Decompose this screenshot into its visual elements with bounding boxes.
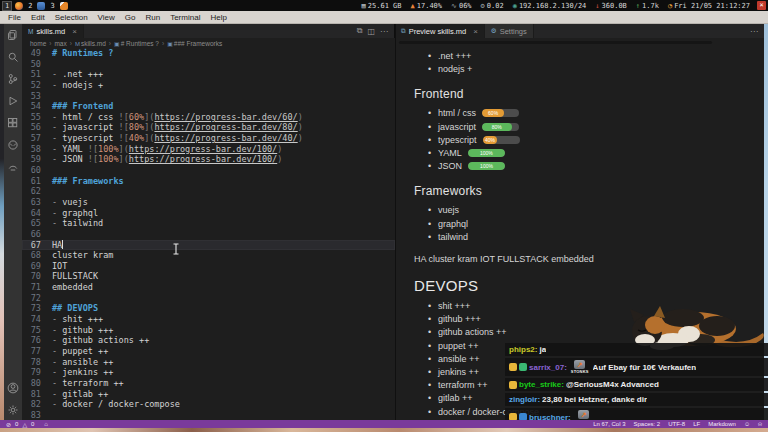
breadcrumb-item[interactable]: max [54, 40, 66, 47]
editor-line[interactable]: 73## DEVOPS [22, 303, 395, 314]
editor-line[interactable]: 82- docker / docker-compose [22, 399, 395, 410]
problems-indicator[interactable]: ⊘0 △0 ⌂ [6, 421, 48, 428]
menu-item-selection[interactable]: Selection [51, 13, 92, 22]
line-number: 49 [22, 48, 52, 59]
editor-line[interactable]: 63- vuejs [22, 197, 395, 208]
editor-line[interactable]: 61### Frameworks [22, 176, 395, 187]
tray-close-icon[interactable]: × [757, 1, 766, 10]
editor-line[interactable]: 60 [22, 165, 395, 176]
line-number: 75 [22, 325, 52, 336]
menu-item-edit[interactable]: Edit [27, 13, 49, 22]
status-item[interactable]: Markdown [708, 421, 736, 427]
editor-line[interactable]: 79- jenkins ++ [22, 367, 395, 378]
breadcrumb-label: # Runtimes ? [121, 40, 159, 47]
emote-image: ↗ [578, 410, 589, 419]
editor-line[interactable]: 64- graphql [22, 208, 395, 219]
breadcrumb-item[interactable]: Mskills.md [75, 40, 106, 47]
cpu-flame-stat: ▲17.40% [411, 2, 443, 10]
editor-line[interactable]: 70FULLSTACK [22, 271, 395, 282]
stat-value: 1.7k [642, 2, 659, 10]
close-tab-icon[interactable]: × [72, 27, 77, 36]
editor-line[interactable]: 50 [22, 59, 395, 70]
line-content: - typescript ![40%](https://progress-bar… [52, 133, 303, 144]
notifications-bell-icon[interactable]: ⍾ [758, 421, 762, 428]
editor-line[interactable]: 74- shit +++ [22, 314, 395, 325]
editor-line[interactable]: 49# Runtimes ? [22, 48, 395, 59]
memory-icon: ▤ [362, 2, 366, 10]
menu-item-terminal[interactable]: Terminal [166, 13, 204, 22]
workspace-number[interactable]: 1 [2, 1, 12, 11]
line-number: 51 [22, 69, 52, 80]
firefox-icon [15, 2, 23, 10]
line-number: 78 [22, 357, 52, 368]
open-preview-icon[interactable]: ◫ [367, 27, 375, 36]
split-editor-icon[interactable]: ⧉ [357, 26, 363, 36]
editor-line[interactable]: 65- tailwind [22, 218, 395, 229]
editor-line[interactable]: 56- javascript ![80%](https://progress-b… [22, 122, 395, 133]
account-icon[interactable] [7, 381, 20, 394]
status-item[interactable]: LF [693, 421, 700, 427]
line-number: 65 [22, 218, 52, 229]
line-number: 68 [22, 250, 52, 261]
breadcrumb-item[interactable]: home [30, 40, 46, 47]
breadcrumb-item[interactable]: ▣# Runtimes ? [114, 40, 159, 47]
status-item[interactable]: Ln 67, Col 3 [593, 421, 625, 427]
tab-skills-md[interactable]: Mskills.md× [22, 24, 84, 38]
more-actions-icon[interactable]: ⋯ [750, 27, 758, 36]
status-item[interactable]: UTF-8 [668, 421, 685, 427]
remote-explorer-icon[interactable] [7, 138, 20, 151]
more-actions-icon[interactable]: ⋯ [380, 27, 388, 36]
editor-line[interactable]: 62 [22, 186, 395, 197]
workspace-number[interactable]: 2 [26, 2, 34, 10]
editor-line[interactable]: 81- gitlab ++ [22, 389, 395, 400]
tab-settings[interactable]: ⚙Settings [485, 24, 534, 38]
editor-line[interactable]: 51- .net +++ [22, 69, 395, 80]
editor-line[interactable]: 57- typescript ![40%](https://progress-b… [22, 133, 395, 144]
skill-item: javascript80% [428, 121, 754, 134]
tab-preview-skills-md[interactable]: ⧉Preview skills.md× [395, 24, 485, 38]
skill-label: YAML [438, 148, 462, 158]
menu-item-file[interactable]: File [4, 13, 25, 22]
editor-line[interactable]: 71embedded [22, 282, 395, 293]
editor-line[interactable]: 67HA [22, 240, 395, 251]
breadcrumb-item[interactable]: ▣### Frameworks [167, 40, 222, 47]
extensions-icon[interactable] [7, 116, 20, 129]
menu-item-run[interactable]: Run [141, 13, 164, 22]
editor-line[interactable]: 76- github actions ++ [22, 335, 395, 346]
editor-line[interactable]: 77- puppet ++ [22, 346, 395, 357]
editor-line[interactable]: 83 [22, 410, 395, 420]
frameworks-heading: Frameworks [414, 184, 754, 198]
status-item[interactable]: Spaces: 2 [633, 421, 660, 427]
run-debug-icon[interactable] [7, 94, 20, 107]
explorer-icon[interactable] [7, 28, 20, 41]
settings-gear-icon[interactable] [7, 403, 20, 416]
editor-line[interactable]: 78- ansible ++ [22, 357, 395, 368]
live-share-icon[interactable] [7, 160, 20, 173]
editor-line[interactable]: 72 [22, 293, 395, 304]
menu-item-view[interactable]: View [94, 13, 119, 22]
editor-line[interactable]: 54### Frontend [22, 101, 395, 112]
editor-line[interactable]: 53 [22, 91, 395, 102]
editor-line[interactable]: 52- nodejs + [22, 80, 395, 91]
code-editor[interactable]: 49# Runtimes ?5051- .net +++52- nodejs +… [22, 48, 395, 420]
editor-line[interactable]: 80- terraform ++ [22, 378, 395, 389]
home-icon[interactable]: ⌂ [44, 421, 48, 427]
editor-line[interactable]: 55- html / css ![60%](https://progress-b… [22, 112, 395, 123]
line-number: 81 [22, 389, 52, 400]
warning-icon: △ [22, 421, 27, 428]
source-control-icon[interactable] [7, 72, 20, 85]
feedback-smiley-icon[interactable]: ☺ [744, 421, 750, 427]
menu-item-help[interactable]: Help [206, 13, 230, 22]
editor-line[interactable]: 75- github +++ [22, 325, 395, 336]
line-content: cluster kram [52, 250, 113, 261]
close-tab-icon[interactable]: × [473, 27, 478, 36]
editor-line[interactable]: 58- YAML ![100%](https://progress-bar.de… [22, 144, 395, 155]
editor-line[interactable]: 69IOT [22, 261, 395, 272]
editor-line[interactable]: 68cluster kram [22, 250, 395, 261]
workspace-number[interactable]: 3 [48, 2, 56, 10]
editor-line[interactable]: 59- JSON ![100%](https://progress-bar.de… [22, 154, 395, 165]
search-icon[interactable] [7, 50, 20, 63]
editor-line[interactable]: 66 [22, 229, 395, 240]
skill-item: typescript40% [428, 134, 754, 147]
menu-item-go[interactable]: Go [121, 13, 140, 22]
